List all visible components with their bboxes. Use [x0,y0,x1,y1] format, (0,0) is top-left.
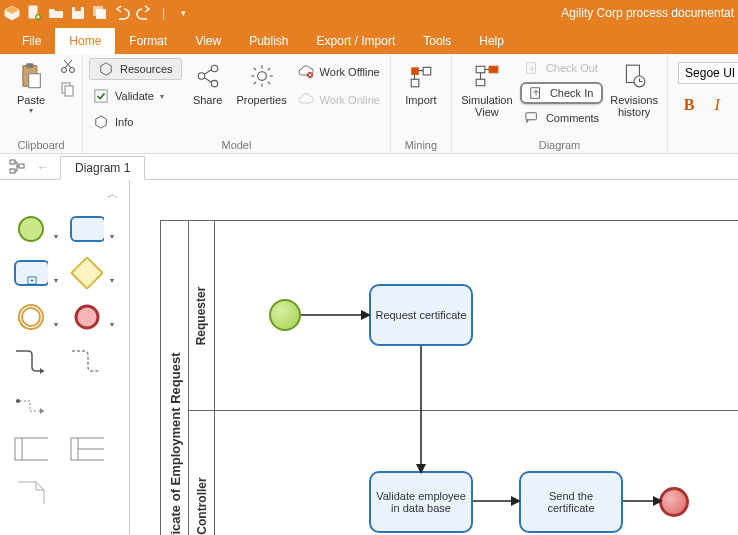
cloud-on-icon [298,92,314,108]
sequence-flow-shape[interactable] [14,347,48,375]
sequence-flow[interactable] [301,309,371,323]
svg-rect-9 [26,63,33,68]
document-tab[interactable]: Diagram 1 [60,156,145,180]
svg-marker-58 [416,464,426,474]
tab-view[interactable]: View [181,28,235,54]
empty-slot [70,391,104,419]
svg-rect-25 [411,79,419,87]
task-validate-employee[interactable]: Validate employee in data base [369,471,473,533]
lane-label: Requester [189,221,215,410]
sequence-flow[interactable] [623,495,663,509]
validate-button[interactable]: Validate ▾ [89,86,182,106]
ribbon-tabs: File Home Format View Publish Export / I… [0,26,738,54]
start-event[interactable] [269,299,301,331]
paste-button[interactable]: Paste ▾ [6,58,56,119]
ribbon: Paste ▾ Clipboard Resources Validate ▾ [0,54,738,154]
app-icon[interactable] [4,5,20,21]
diagram-canvas[interactable]: Certificate of Employment Request Reques… [130,180,738,535]
svg-point-18 [198,73,205,80]
lane-shape[interactable] [70,435,104,463]
svg-point-20 [211,80,218,87]
tree-view-icon[interactable] [4,155,30,179]
svg-rect-27 [489,66,498,73]
check-in-button[interactable]: Check In [520,82,603,104]
task-send-certificate[interactable]: Send the certificate [519,471,623,533]
document-tabs: ← Diagram 1 [0,154,738,180]
tab-home[interactable]: Home [55,28,115,54]
sequence-flow[interactable] [473,495,521,509]
svg-rect-41 [71,257,102,288]
gear-icon [248,62,276,90]
pool-shape[interactable] [14,435,48,463]
svg-rect-26 [476,66,485,73]
document-tab-label: Diagram 1 [75,161,130,175]
new-icon[interactable] [26,5,42,21]
svg-marker-56 [653,496,663,506]
tab-export-import[interactable]: Export / Import [303,28,410,54]
back-icon[interactable]: ← [30,155,56,179]
tab-help[interactable]: Help [465,28,518,54]
redo-icon[interactable] [136,5,152,21]
revisions-history-button[interactable]: Revisions history [607,58,661,122]
scroll-up-icon[interactable]: ︿ [6,186,123,207]
sequence-flow[interactable] [415,346,429,474]
save-icon[interactable] [70,5,86,21]
open-icon[interactable] [48,5,64,21]
resources-button[interactable]: Resources [89,58,182,80]
tab-file[interactable]: File [8,28,55,54]
ribbon-group-model: Resources Validate ▾ Info Share Properti… [83,54,391,153]
svg-point-19 [211,65,218,72]
font-group-label [674,149,738,151]
svg-rect-14 [65,86,73,96]
import-button[interactable]: Import [397,58,445,110]
check-icon [93,88,109,104]
copy-icon[interactable] [60,81,76,100]
bpmn-lane-requester[interactable]: Requester Request certificate [189,221,738,411]
association-shape[interactable] [14,391,48,419]
qat-dropdown-icon[interactable]: ▾ [175,5,191,21]
end-event[interactable] [659,487,689,517]
end-event-shape[interactable]: ▾ [70,303,104,331]
bpmn-pool[interactable]: Certificate of Employment Request Reques… [160,220,738,535]
svg-rect-24 [423,67,431,75]
svg-rect-34 [10,160,15,164]
validate-label: Validate [115,90,154,102]
start-event-shape[interactable]: ▾ [14,215,48,243]
tab-tools[interactable]: Tools [409,28,465,54]
task-label: Request certificate [375,309,466,321]
subprocess-shape[interactable]: ▾ [14,259,48,287]
font-name-input[interactable] [678,62,738,84]
simulation-view-button[interactable]: Simulation View [458,58,516,122]
tab-publish[interactable]: Publish [235,28,302,54]
properties-button[interactable]: Properties [234,58,290,110]
check-in-label: Check In [550,87,593,99]
history-icon [620,62,648,90]
info-button[interactable]: Info [89,112,182,132]
work-online-label: Work Online [320,94,380,106]
ribbon-group-clipboard: Paste ▾ Clipboard [0,54,83,153]
bold-button[interactable]: B [680,96,698,114]
svg-rect-7 [96,9,106,19]
share-button[interactable]: Share [186,58,230,110]
message-flow-shape[interactable] [70,347,104,375]
task-request-certificate[interactable]: Request certificate [369,284,473,346]
cut-icon[interactable] [60,58,76,77]
hexagon-icon [93,114,109,130]
work-online-button: Work Online [294,90,384,110]
bpmn-lane-controller[interactable]: Controller Validate employee in data bas… [189,411,738,535]
svg-rect-23 [411,67,419,75]
annotation-shape[interactable] [14,479,48,507]
tab-format[interactable]: Format [115,28,181,54]
comments-button[interactable]: Comments [520,108,603,128]
properties-label: Properties [237,94,287,106]
svg-marker-17 [96,116,107,128]
italic-button[interactable]: I [708,96,726,114]
gateway-shape[interactable]: ▾ [70,259,104,287]
undo-icon[interactable] [114,5,130,21]
intermediate-event-shape[interactable]: ▾ [14,303,48,331]
save-all-icon[interactable] [92,5,108,21]
work-offline-button[interactable]: Work Offline [294,62,384,82]
task-shape[interactable]: ▾ [70,215,104,243]
clipboard-group-label: Clipboard [6,137,76,151]
svg-rect-35 [10,169,15,173]
